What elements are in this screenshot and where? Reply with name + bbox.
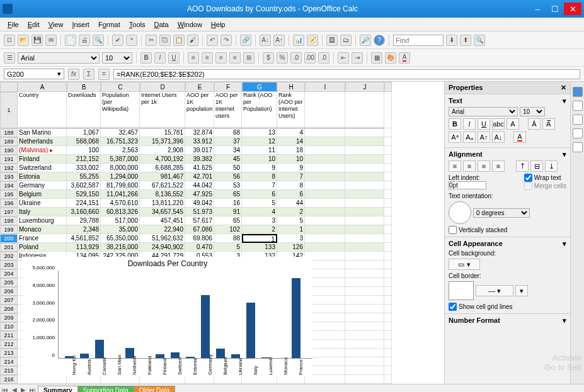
cell[interactable] bbox=[345, 366, 384, 375]
cell[interactable]: 68 bbox=[214, 128, 242, 137]
redo-icon[interactable]: ↷ bbox=[220, 35, 232, 46]
border-style-picker[interactable]: — ▾ bbox=[476, 285, 513, 296]
cell[interactable] bbox=[277, 375, 305, 384]
cell[interactable]: 47.925 bbox=[185, 190, 214, 199]
cell[interactable]: Belgium bbox=[18, 190, 67, 199]
cell[interactable]: 1 bbox=[277, 225, 305, 234]
find-input[interactable] bbox=[393, 35, 444, 46]
cell[interactable] bbox=[345, 252, 384, 260]
cell[interactable] bbox=[305, 137, 345, 146]
cell[interactable]: 22,940 bbox=[140, 225, 185, 234]
menu-data[interactable]: Data bbox=[150, 20, 172, 30]
align-r-button[interactable]: ≡ bbox=[478, 160, 490, 172]
cell[interactable] bbox=[345, 137, 384, 146]
row-header[interactable]: 194 bbox=[0, 181, 18, 190]
side-decsize-button[interactable]: A↓ bbox=[492, 132, 505, 143]
cell[interactable] bbox=[345, 305, 384, 313]
cell[interactable] bbox=[345, 269, 384, 278]
cell[interactable]: 2,563 bbox=[101, 146, 140, 155]
indent-input[interactable] bbox=[449, 181, 486, 189]
cell[interactable] bbox=[305, 190, 345, 199]
cell[interactable]: 5 bbox=[214, 243, 242, 252]
section-collapse-icon[interactable]: ▾ bbox=[563, 240, 566, 248]
row-header[interactable]: 215 bbox=[0, 366, 18, 375]
cell[interactable]: 2 bbox=[277, 208, 305, 216]
cell[interactable]: 981,467 bbox=[140, 172, 185, 181]
cell[interactable] bbox=[345, 181, 384, 190]
bold-button[interactable]: B bbox=[140, 52, 152, 64]
cell[interactable]: Estonia bbox=[18, 172, 67, 181]
cell[interactable]: Finland bbox=[18, 155, 67, 164]
cell[interactable]: 457,451 bbox=[140, 216, 185, 225]
header-cell[interactable]: AOO per 1K population bbox=[185, 92, 214, 128]
align-c-button[interactable]: ≡ bbox=[463, 160, 476, 172]
cell[interactable]: 517,000 bbox=[101, 216, 140, 225]
cell[interactable]: 53 bbox=[214, 181, 242, 190]
cell[interactable] bbox=[305, 243, 345, 252]
styles-tab-icon[interactable] bbox=[573, 101, 583, 111]
navigator-icon[interactable]: 🧭 bbox=[307, 35, 318, 46]
find-dialog-icon[interactable]: 🔍 bbox=[474, 35, 485, 46]
cell[interactable]: 9 bbox=[277, 164, 305, 172]
cell[interactable]: Italy bbox=[18, 208, 67, 216]
sheet-tab-supporting[interactable]: Supporting Data bbox=[77, 386, 134, 393]
cut-icon[interactable]: ✂ bbox=[146, 35, 157, 46]
row-header[interactable]: 206 bbox=[0, 287, 18, 296]
cell[interactable]: 9 bbox=[242, 164, 277, 172]
cell[interactable]: 1 bbox=[242, 234, 277, 243]
datasource-icon[interactable]: 🗂 bbox=[340, 35, 352, 46]
row-header[interactable]: 209 bbox=[0, 313, 18, 322]
cell[interactable]: 7 bbox=[277, 172, 305, 181]
wrap-checkbox[interactable] bbox=[524, 174, 532, 182]
cell[interactable]: 67.086 bbox=[185, 225, 214, 234]
cell[interactable]: 100 bbox=[67, 146, 101, 155]
sheet-tab-older[interactable]: Older Data bbox=[134, 386, 175, 393]
header-cell[interactable]: Rank (AOO per Internet Users) bbox=[277, 92, 305, 128]
undo-icon[interactable]: ↶ bbox=[207, 35, 218, 46]
print-icon[interactable]: 🖨 bbox=[79, 35, 90, 46]
row-header[interactable]: 188 bbox=[0, 128, 18, 137]
align-right-icon[interactable]: ≡ bbox=[215, 52, 227, 64]
side-strike-button[interactable]: abc bbox=[492, 118, 505, 130]
cell[interactable]: 51.973 bbox=[185, 208, 214, 216]
cell[interactable]: 5 bbox=[277, 216, 305, 225]
section-collapse-icon[interactable]: ▾ bbox=[563, 150, 566, 159]
side-charset-button[interactable]: A̅ bbox=[542, 118, 555, 130]
col-header-J[interactable]: J bbox=[345, 82, 384, 92]
tab-last-icon[interactable]: ⏭ bbox=[28, 386, 38, 392]
cell[interactable] bbox=[384, 366, 392, 375]
cell[interactable]: 10 bbox=[242, 155, 277, 164]
valign-t-button[interactable]: ⤒ bbox=[516, 160, 529, 172]
cell[interactable]: 568,068 bbox=[67, 137, 101, 146]
cell[interactable] bbox=[384, 322, 392, 331]
cell[interactable]: 65 bbox=[214, 190, 242, 199]
justify-icon[interactable]: ≡ bbox=[229, 52, 241, 64]
side-size-select[interactable]: 10 bbox=[520, 107, 545, 116]
functions-tab-icon[interactable] bbox=[573, 142, 583, 152]
section-collapse-icon[interactable]: ▾ bbox=[563, 97, 566, 105]
header-cell[interactable]: Rank (AOO per Population) bbox=[242, 92, 277, 128]
cell[interactable] bbox=[384, 269, 392, 278]
font-size-select[interactable]: 10 bbox=[102, 52, 132, 64]
valign-m-button[interactable]: ⊟ bbox=[530, 160, 543, 172]
cell[interactable]: 67,621,522 bbox=[140, 181, 185, 190]
open-icon[interactable]: 📂 bbox=[18, 35, 29, 46]
side-sub-button[interactable]: Aₐ bbox=[463, 132, 476, 143]
tab-next-icon[interactable]: ▶ bbox=[19, 386, 28, 392]
cell[interactable] bbox=[345, 296, 384, 305]
cell[interactable] bbox=[384, 296, 392, 305]
currency-icon[interactable]: $ bbox=[263, 52, 274, 64]
cell[interactable] bbox=[345, 172, 384, 181]
cell[interactable] bbox=[345, 243, 384, 252]
cell[interactable]: Netherlands bbox=[18, 137, 67, 146]
align-l-button[interactable]: ≡ bbox=[449, 160, 461, 172]
cell[interactable]: (Malvinas) ▸ bbox=[18, 146, 67, 155]
preview-icon[interactable]: 🔍 bbox=[93, 35, 104, 46]
cell[interactable] bbox=[345, 375, 384, 384]
cell[interactable]: Monaco bbox=[18, 225, 67, 234]
navigator-tab-icon[interactable] bbox=[573, 128, 583, 138]
cell[interactable] bbox=[384, 340, 392, 349]
row-header[interactable]: 199 bbox=[0, 225, 18, 234]
pdf-icon[interactable]: 📄 bbox=[65, 35, 76, 46]
gallery-tab-icon[interactable] bbox=[573, 115, 583, 125]
